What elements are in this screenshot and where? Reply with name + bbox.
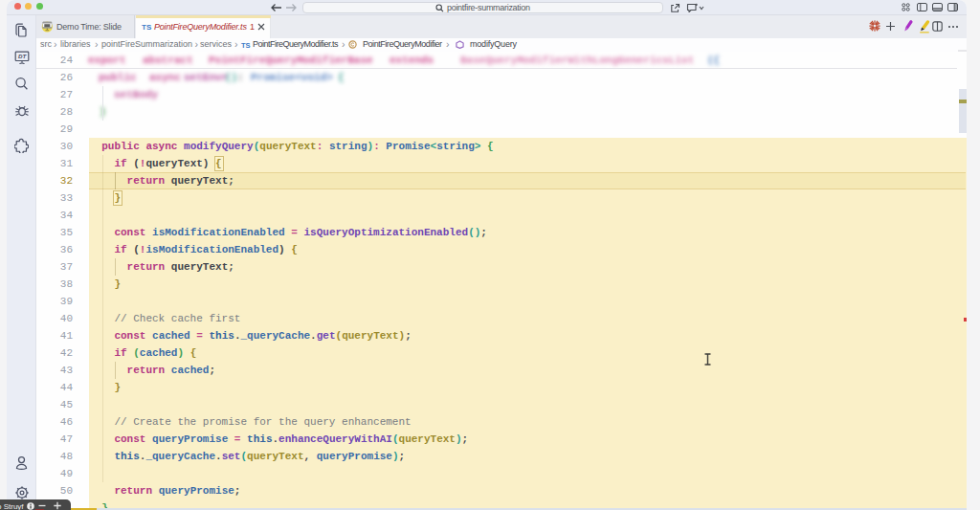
svg-text:DT: DT (18, 53, 27, 59)
